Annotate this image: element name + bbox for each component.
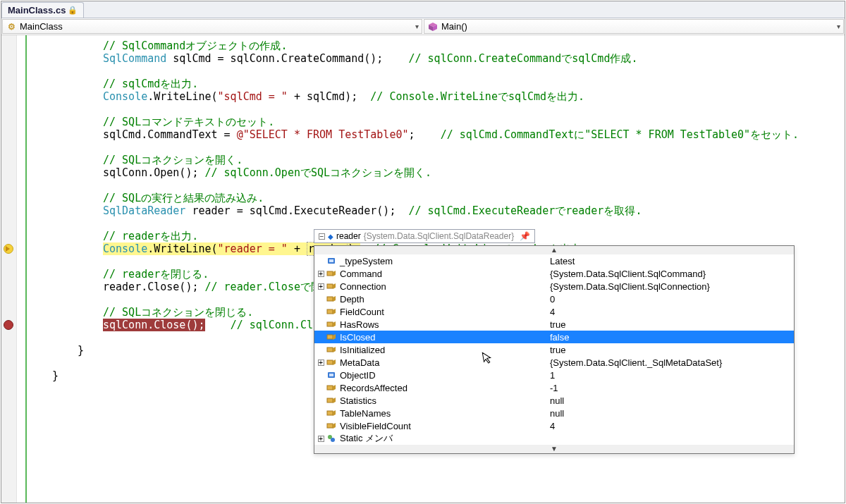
pin-icon[interactable]: 📌 — [520, 231, 530, 241]
inspector-prop-value: true — [550, 345, 794, 355]
code-token: SqlDataReader — [103, 204, 185, 217]
code-token: } — [78, 344, 84, 357]
svg-rect-9 — [327, 322, 333, 326]
static-members-icon — [326, 433, 337, 444]
code-line[interactable]: sqlCmd.CommandText = @"SELECT * FROM Tes… — [27, 128, 845, 141]
code-line[interactable]: Console.WriteLine("sqlCmd = " + sqlCmd);… — [27, 90, 845, 103]
expand-icon[interactable]: + — [316, 270, 326, 278]
code-token: // sqlConn.OpenでSQLコネクションを開く. — [205, 166, 432, 179]
code-token: // Console.WriteLineでsqlCmdを出力. — [370, 90, 584, 103]
inspector-row[interactable]: FieldCount4 — [314, 305, 794, 318]
svg-rect-4 — [329, 259, 333, 262]
code-token: // sqlConn.CreateCommandでsqlCmd作成. — [408, 52, 637, 65]
code-token: sqlCmd = sqlConn.CreateCommand(); — [166, 52, 408, 65]
code-token: + — [288, 242, 307, 255]
inspector-prop-value: 4 — [550, 307, 794, 317]
inspector-row[interactable]: Statisticsnull — [314, 394, 794, 407]
inspector-row[interactable]: +Connection{System.Data.SqlClient.SqlCon… — [314, 280, 794, 293]
inspector-row[interactable]: +Command{System.Data.SqlClient.SqlComman… — [314, 267, 794, 280]
member-combo-label: Main() — [441, 21, 467, 32]
tab-bar: MainClass.cs 🔒 — [1, 1, 845, 18]
code-token: // readerを出力. — [103, 230, 198, 242]
code-line[interactable] — [27, 141, 845, 154]
property-icon — [326, 281, 337, 292]
code-token: // SQLコネクションを開く. — [103, 154, 243, 166]
current-statement-marker[interactable] — [4, 244, 13, 254]
expand-icon[interactable]: + — [316, 283, 326, 290]
code-token: reader.Close(); — [103, 281, 205, 293]
inspector-prop-name: Depth — [340, 294, 550, 305]
expand-icon[interactable]: + — [316, 359, 326, 367]
code-line[interactable]: // sqlCmdを出力. — [27, 78, 845, 90]
scroll-down-icon[interactable]: ▼ — [314, 445, 794, 453]
inspector-prop-value: Latest — [550, 256, 794, 266]
inspector-row[interactable]: IsClosedfalse — [314, 331, 794, 343]
code-token: .WriteLine( — [147, 242, 217, 255]
inspector-prop-name: _typeSystem — [340, 256, 550, 266]
inspector-row[interactable]: HasRowstrue — [314, 318, 794, 331]
inspector-row[interactable]: TableNamesnull — [314, 407, 794, 419]
inspector-row[interactable]: ObjectID1 — [314, 369, 794, 381]
code-line[interactable] — [27, 217, 845, 230]
inspector-row[interactable]: VisibleFieldCount4 — [314, 419, 794, 432]
code-line[interactable] — [27, 179, 845, 192]
code-token: // SQLコネクションを閉じる. — [103, 306, 253, 319]
inspector-prop-name: FieldCount — [340, 307, 550, 317]
code-line[interactable]: SqlDataReader reader = sqlCmd.ExecuteRea… — [27, 204, 845, 217]
inspector-prop-name: MetaData — [340, 357, 550, 368]
member-combo[interactable]: Main() ▾ — [424, 19, 844, 34]
field-icon — [326, 255, 337, 266]
inspector-row[interactable]: IsInitializedtrue — [314, 343, 794, 356]
svg-rect-7 — [327, 297, 333, 301]
inspector-prop-name: Static メンバ — [340, 432, 550, 445]
code-line[interactable] — [27, 103, 845, 116]
code-token: + sqlCmd); — [288, 90, 370, 103]
code-token: SqlCommand — [103, 52, 166, 65]
code-token: // readerを閉じる. — [103, 268, 209, 281]
code-line[interactable]: sqlConn.Open(); // sqlConn.OpenでSQLコネクショ… — [27, 166, 845, 179]
code-line[interactable]: // SQLコマンドテキストのセット. — [27, 116, 845, 128]
lock-icon: 🔒 — [68, 6, 78, 15]
inspector-prop-value: -1 — [550, 383, 794, 393]
tooltip-type: {System.Data.SqlClient.SqlDataReader} — [364, 231, 514, 241]
property-icon — [326, 382, 337, 393]
code-token: ; — [409, 128, 441, 141]
code-line[interactable]: // SQLコネクションを開く. — [27, 154, 845, 166]
inspector-row[interactable]: +Static メンバ — [314, 432, 794, 445]
property-icon — [326, 319, 337, 330]
tab-mainclass[interactable]: MainClass.cs 🔒 — [1, 2, 84, 18]
code-line[interactable]: // SqlCommandオブジェクトの作成. — [27, 39, 845, 52]
expand-icon[interactable]: + — [316, 435, 326, 443]
property-icon — [326, 293, 337, 305]
code-line[interactable] — [27, 65, 845, 78]
fold-column[interactable] — [17, 35, 27, 503]
inspector-prop-name: Command — [340, 269, 550, 279]
code-line[interactable]: SqlCommand sqlCmd = sqlConn.CreateComman… — [27, 52, 845, 65]
data-tip-header[interactable]: − ◆ reader {System.Data.SqlClient.SqlDat… — [314, 229, 535, 243]
class-combo[interactable]: ⚙ MainClass ▾ — [2, 19, 422, 34]
inspector-row[interactable]: _typeSystemLatest — [314, 254, 794, 267]
code-token: } — [52, 369, 59, 382]
inspector-prop-name: TableNames — [340, 408, 550, 419]
code-token: // sqlCmd.CommandTextに"SELECT * FROM Tes… — [441, 128, 799, 141]
inspector-prop-name: IsClosed — [340, 332, 550, 343]
code-token — [205, 319, 231, 331]
minus-icon[interactable]: − — [319, 233, 325, 240]
svg-rect-18 — [327, 424, 333, 428]
inspector-prop-value: 4 — [550, 421, 794, 431]
svg-rect-6 — [327, 284, 333, 288]
code-token: // SQLコマンドテキストのセット. — [103, 116, 274, 128]
code-line[interactable]: // SQLの実行と結果の読み込み. — [27, 192, 845, 204]
code-token: "reader = " — [218, 242, 288, 255]
inspector-row[interactable]: Depth0 — [314, 293, 794, 305]
scroll-up-icon[interactable]: ▲ — [314, 246, 794, 254]
code-token: sqlCmd.CommandText = — [103, 128, 237, 141]
breakpoint-marker[interactable] — [4, 320, 13, 330]
property-icon — [326, 344, 337, 355]
data-tip-popup[interactable]: ▲ _typeSystemLatest+Command{System.Data.… — [314, 245, 795, 454]
inspector-row[interactable]: +MetaData{System.Data.SqlClient._SqlMeta… — [314, 356, 794, 369]
method-icon — [427, 21, 439, 32]
inspector-row[interactable]: RecordsAffected-1 — [314, 381, 794, 394]
property-icon — [326, 357, 337, 368]
breakpoint-gutter[interactable] — [1, 35, 17, 503]
